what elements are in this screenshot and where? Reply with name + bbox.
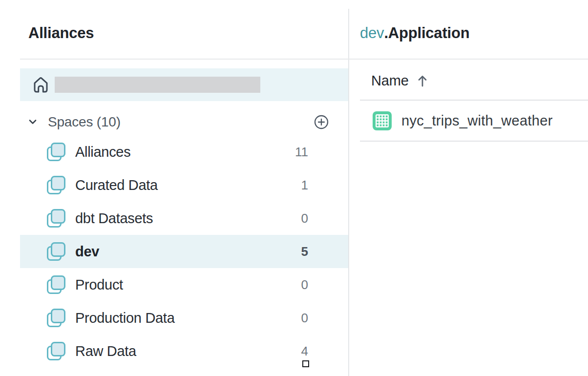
space-name: Curated Data [75, 177, 158, 193]
spaces-section-header[interactable]: Spaces (10) [20, 108, 348, 136]
spaces-sidebar: Alliances Spaces (10) All [0, 0, 348, 376]
space-count: 1 [301, 178, 308, 193]
app-window: Alliances Spaces (10) All [0, 0, 588, 376]
column-header-label: Name [371, 73, 409, 89]
spaces-section-label: Spaces (10) [48, 114, 121, 130]
space-name: Raw Data [75, 343, 136, 359]
home-breadcrumb-row[interactable] [20, 68, 348, 101]
dataset-row-nyc-trips-with-weather[interactable]: nyc_trips_with_weather [360, 101, 588, 141]
arrow-up-icon [417, 74, 428, 87]
stray-cursor-square [302, 360, 309, 367]
sidebar-title: Alliances [28, 24, 94, 42]
dataset-name: nyc_trips_with_weather [401, 113, 553, 129]
space-icon [46, 308, 66, 328]
space-count: 0 [301, 211, 308, 226]
space-count: 5 [301, 244, 308, 259]
space-count: 0 [301, 311, 308, 326]
space-name: Product [75, 277, 123, 293]
space-icon [46, 175, 66, 195]
space-count: 0 [301, 277, 308, 292]
space-row-raw-data[interactable]: Raw Data 4 [20, 334, 348, 368]
space-icon [46, 142, 66, 162]
chevron-down-icon[interactable] [28, 117, 38, 127]
space-name: Production Data [75, 310, 174, 326]
breadcrumb-current: Application [388, 24, 470, 42]
breadcrumb-parent-link[interactable]: dev [360, 24, 384, 42]
space-row-product[interactable]: Product 0 [20, 268, 348, 301]
space-list: Alliances 11 Curated Data 1 dbt Datasets… [20, 135, 348, 368]
add-space-button[interactable] [314, 115, 329, 129]
space-name: dev [75, 244, 99, 260]
space-icon [46, 341, 66, 361]
breadcrumb: dev.Application [360, 24, 469, 42]
space-icon [46, 275, 66, 294]
space-count: 11 [295, 145, 308, 160]
redacted-breadcrumb-bar [55, 77, 260, 93]
home-icon [31, 75, 51, 95]
space-row-dbt-datasets[interactable]: dbt Datasets 0 [20, 202, 348, 235]
panel-divider [348, 9, 349, 376]
column-header-name[interactable]: Name [371, 72, 428, 89]
dataset-table-icon [372, 111, 392, 131]
space-row-dev[interactable]: dev 5 [20, 235, 348, 268]
breadcrumb-separator: . [384, 24, 388, 42]
space-icon [46, 242, 66, 261]
space-icon [46, 209, 66, 228]
space-name: dbt Datasets [75, 210, 153, 227]
space-row-curated-data[interactable]: Curated Data 1 [20, 168, 348, 202]
space-name: Alliances [75, 144, 130, 160]
space-row-alliances[interactable]: Alliances 11 [20, 135, 348, 168]
space-count: 4 [301, 344, 308, 359]
space-row-production-data[interactable]: Production Data 0 [20, 301, 348, 334]
table-row-divider [360, 141, 588, 142]
title-divider [20, 59, 588, 60]
